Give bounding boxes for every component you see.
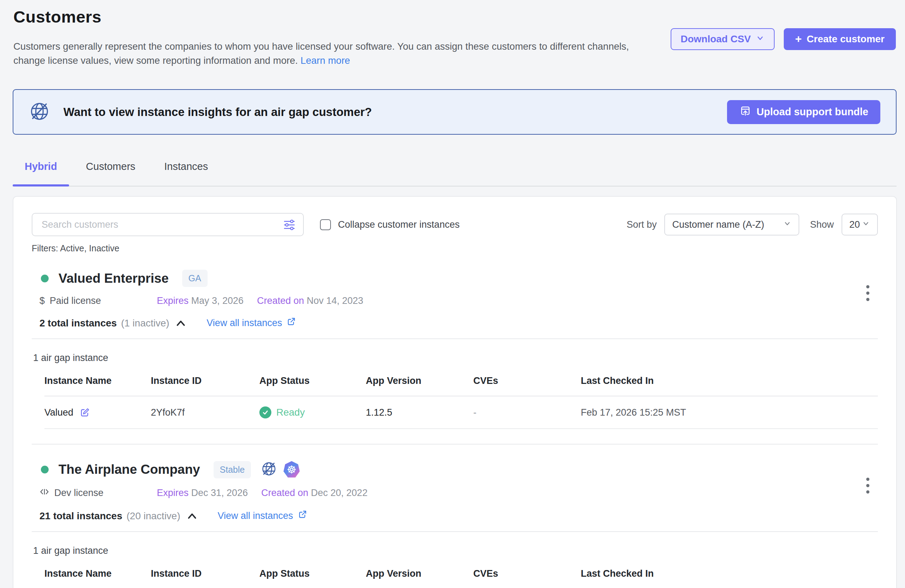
customer-meta: $ Paid license Expires May 3, 2026 Creat…: [40, 296, 878, 306]
search-input[interactable]: [32, 213, 304, 236]
view-all-instances-label: View all instances: [206, 318, 282, 329]
inactive-instances-label: (20 inactive): [127, 510, 181, 522]
instances-summary-row: 2 total instances (1 inactive) View all …: [40, 317, 878, 329]
total-instances-label: 2 total instances: [40, 318, 117, 329]
learn-more-link[interactable]: Learn more: [301, 55, 350, 66]
created-label: Created on: [261, 488, 308, 498]
active-status-dot: [41, 275, 49, 282]
tabs-active-indicator: [13, 184, 69, 186]
channel-badge: Stable: [214, 461, 251, 478]
expires-pair: Expires May 3, 2026: [157, 296, 243, 306]
col-cves: CVEs: [473, 375, 581, 397]
external-link-icon: [286, 317, 296, 329]
customer-menu-button[interactable]: [864, 283, 872, 303]
license-type: $ Paid license: [40, 296, 143, 306]
upload-icon: [739, 104, 752, 119]
sort-by-value: Customer name (A-Z): [672, 219, 764, 230]
col-instance-name: Instance Name: [44, 375, 151, 397]
customer-name[interactable]: Valued Enterprise: [59, 271, 169, 286]
tab-hybrid[interactable]: Hybrid: [24, 161, 58, 172]
upload-support-bundle-button[interactable]: Upload support bundle: [727, 100, 880, 124]
instance-id-cell: 2YfoK7f: [151, 397, 259, 428]
section-divider: [32, 444, 878, 445]
expires-value: Dec 31, 2026: [191, 488, 248, 498]
active-status-dot: [41, 466, 49, 474]
col-instance-name: Instance Name: [44, 568, 151, 588]
last-checked-in-cell: Feb 17, 2026 15:25 MST: [581, 397, 878, 428]
tab-customers[interactable]: Customers: [85, 161, 136, 172]
customers-page: Customers Customers generally represent …: [0, 0, 905, 588]
chevron-down-icon: [756, 33, 765, 45]
dev-license-icon: [40, 487, 49, 499]
collapse-chevron-up-icon[interactable]: [176, 319, 186, 328]
airgap-instances-heading: 1 air gap instance: [33, 353, 878, 364]
license-type-label: Paid license: [50, 296, 101, 306]
download-csv-button[interactable]: Download CSV: [671, 28, 775, 50]
created-value: Dec 20, 2022: [311, 488, 368, 498]
customer-menu-button[interactable]: [864, 475, 872, 496]
airgap-globe-icon: [29, 101, 50, 123]
col-last-checked-in: Last Checked In: [581, 568, 878, 588]
create-customer-label: Create customer: [807, 33, 884, 45]
banner-title: Want to view instance insights for an ai…: [64, 105, 372, 119]
view-all-instances-link[interactable]: View all instances: [218, 510, 307, 522]
instances-summary-row: 21 total instances (20 inactive) View al…: [40, 510, 878, 522]
app-status-value: Ready: [276, 407, 305, 418]
instance-name-cell: Valued: [44, 397, 151, 428]
edit-icon[interactable]: [79, 407, 90, 418]
active-filters-label: Filters: Active, Inactive: [32, 243, 878, 253]
view-all-instances-link[interactable]: View all instances: [206, 317, 296, 329]
tab-instances[interactable]: Instances: [164, 161, 209, 172]
filter-sliders-icon[interactable]: [283, 218, 296, 233]
airgap-instances-heading: 1 air gap instance: [33, 545, 878, 556]
upload-support-bundle-label: Upload support bundle: [757, 106, 868, 118]
divider: [32, 338, 878, 339]
check-circle-icon: [259, 407, 272, 418]
col-app-version: App Version: [366, 568, 473, 588]
app-version-cell: 1.12.5: [366, 397, 473, 428]
col-app-status: App Status: [259, 375, 366, 397]
instances-table: Instance Name Instance ID App Status App…: [44, 375, 878, 429]
airgap-banner: Want to view instance insights for an ai…: [13, 89, 897, 135]
created-pair: Created on Nov 14, 2023: [257, 296, 364, 306]
toolbar: Collapse customer instances Sort by Cust…: [32, 213, 878, 236]
inactive-instances-label: (1 inactive): [121, 318, 169, 329]
customer-header: Valued Enterprise GA: [32, 270, 878, 287]
customers-panel: Collapse customer instances Sort by Cust…: [13, 196, 897, 588]
tabs-baseline: [13, 186, 897, 186]
collapse-instances-control[interactable]: Collapse customer instances: [320, 219, 460, 230]
airgap-globe-icon: [261, 461, 277, 478]
show-label: Show: [810, 219, 834, 230]
show-count-select[interactable]: 20: [841, 214, 878, 235]
divider: [32, 531, 878, 532]
customer-meta: Dev license Expires Dec 31, 2026 Created…: [40, 487, 878, 499]
view-all-instances-label: View all instances: [218, 510, 293, 521]
page-title: Customers: [13, 7, 102, 27]
plus-icon: +: [795, 33, 802, 44]
description-line1: Customers generally represent the compan…: [13, 41, 585, 52]
expires-value: May 3, 2026: [191, 296, 244, 306]
instances-table-header: Instance Name Instance ID App Status App…: [44, 375, 878, 397]
customer-name[interactable]: The Airplane Company: [59, 462, 200, 477]
download-csv-label: Download CSV: [681, 33, 751, 45]
collapse-instances-checkbox[interactable]: [320, 219, 331, 230]
instances-table-header: Instance Name Instance ID App Status App…: [44, 568, 878, 588]
customer-card-valued-enterprise: Valued Enterprise GA $ Paid license Expi…: [32, 270, 878, 445]
create-customer-button[interactable]: + Create customer: [784, 28, 896, 50]
instance-name-value: Valued: [44, 407, 73, 418]
channel-badge: GA: [182, 270, 208, 287]
app-status-cell: Ready: [259, 397, 366, 428]
table-row: Valued 2YfoK7f Ready: [44, 397, 878, 429]
customer-header: The Airplane Company Stable ☸: [32, 461, 878, 478]
page-description: Customers generally represent the compan…: [13, 40, 644, 68]
col-instance-id: Instance ID: [151, 375, 259, 397]
paid-license-icon: $: [40, 296, 45, 306]
kubernetes-helm-icon: ☸: [283, 461, 300, 478]
customer-card-airplane-company: The Airplane Company Stable ☸: [32, 461, 878, 588]
tab-bar: Hybrid Customers Instances: [13, 161, 209, 172]
sort-by-select[interactable]: Customer name (A-Z): [664, 214, 799, 235]
col-last-checked-in: Last Checked In: [581, 375, 878, 397]
cves-cell: -: [473, 397, 581, 428]
show-count-value: 20: [849, 219, 860, 230]
collapse-chevron-up-icon[interactable]: [187, 512, 197, 521]
